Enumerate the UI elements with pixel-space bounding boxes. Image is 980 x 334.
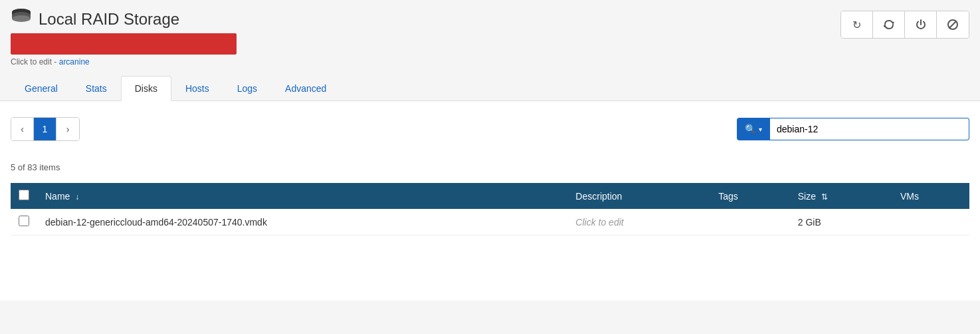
name-sort-icon: ↓	[75, 192, 79, 202]
toolbar: ↻	[840, 11, 969, 39]
row-size: 2 GiB	[790, 209, 892, 236]
tab-advanced[interactable]: Advanced	[271, 76, 340, 100]
page-header: Local RAID Storage Click to edit - arcan…	[0, 0, 980, 101]
search-input[interactable]	[770, 118, 969, 140]
status-bar	[11, 33, 237, 55]
col-size[interactable]: Size ⇅	[790, 183, 892, 209]
table-row: debian-12-genericcloud-amd64-20240507-17…	[11, 209, 969, 236]
select-all-checkbox[interactable]	[19, 190, 29, 200]
tab-hosts[interactable]: Hosts	[171, 76, 223, 100]
power-button[interactable]	[905, 11, 937, 38]
disks-table: Name ↓ Description Tags Size ⇅ VMs	[11, 183, 969, 236]
title-area: Local RAID Storage Click to edit - arcan…	[11, 8, 237, 72]
col-vms: VMs	[892, 183, 969, 209]
row-vms	[892, 209, 969, 236]
table-header-row: Name ↓ Description Tags Size ⇅ VMs	[11, 183, 969, 209]
search-container: 🔍 ▾	[737, 118, 969, 140]
storage-stack-icon	[11, 8, 32, 31]
prev-page-button[interactable]: ‹	[11, 118, 34, 140]
arcanine-link[interactable]: arcanine	[59, 57, 90, 67]
refresh-button[interactable]: ↻	[841, 11, 873, 38]
svg-point-4	[12, 15, 31, 22]
pagination-search-row: ‹ 1 › 🔍 ▾	[11, 112, 969, 146]
tab-stats[interactable]: Stats	[72, 76, 121, 100]
tab-disks[interactable]: Disks	[121, 76, 171, 101]
items-count: 5 of 83 items	[11, 157, 969, 178]
next-page-button[interactable]: ›	[56, 118, 79, 140]
col-tags: Tags	[710, 183, 790, 209]
chevron-down-icon: ▾	[759, 126, 762, 133]
row-tags	[710, 209, 790, 236]
click-to-edit-area: Click to edit - arcanine	[11, 57, 237, 67]
disable-button[interactable]	[937, 11, 969, 38]
col-name[interactable]: Name ↓	[37, 183, 567, 209]
select-all-col	[11, 183, 37, 209]
row-checkbox-cell	[11, 209, 37, 236]
main-content: ‹ 1 › 🔍 ▾ 5 of 83 items Name ↓	[0, 101, 980, 301]
search-button[interactable]: 🔍 ▾	[737, 118, 770, 140]
page-title: Local RAID Storage	[11, 8, 237, 31]
pagination: ‹ 1 ›	[11, 117, 80, 141]
search-icon: 🔍	[745, 124, 756, 134]
tab-bar: General Stats Disks Hosts Logs Advanced	[11, 76, 969, 100]
tab-general[interactable]: General	[11, 76, 72, 100]
page-title-text: Local RAID Storage	[39, 10, 179, 29]
page-1-button[interactable]: 1	[34, 118, 56, 140]
size-sort-icon: ⇅	[821, 192, 828, 202]
tab-logs[interactable]: Logs	[223, 76, 271, 100]
svg-line-6	[949, 21, 957, 29]
reload-button[interactable]	[873, 11, 905, 38]
row-checkbox[interactable]	[19, 216, 29, 226]
col-description: Description	[567, 183, 710, 209]
row-name: debian-12-genericcloud-amd64-20240507-17…	[37, 209, 567, 236]
row-description[interactable]: Click to edit	[567, 209, 710, 236]
